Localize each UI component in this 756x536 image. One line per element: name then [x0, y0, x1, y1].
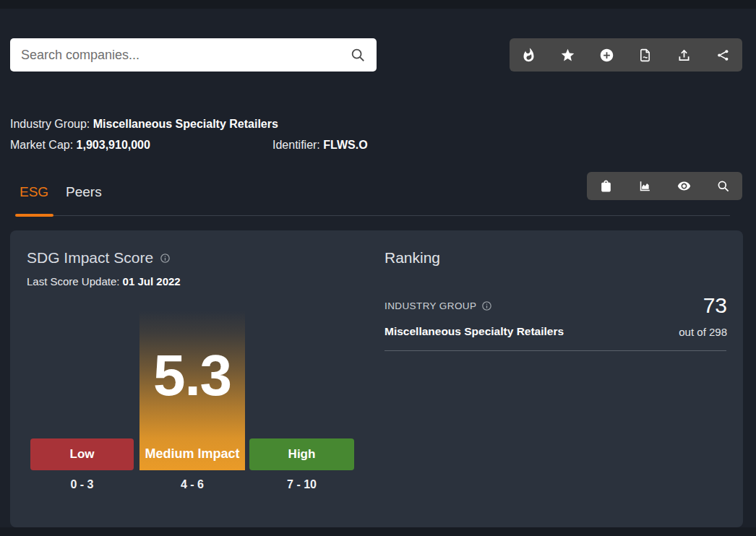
search-icon[interactable]	[703, 172, 742, 200]
tabs-divider	[15, 215, 730, 216]
area-chart-icon[interactable]	[626, 172, 665, 200]
upload-icon[interactable]	[665, 38, 704, 72]
band-high-range: 7 - 10	[249, 478, 354, 491]
rank-number: 73	[703, 295, 727, 316]
band-low-label: Low	[70, 447, 95, 462]
info-icon[interactable]	[160, 253, 171, 264]
search-icon[interactable]	[350, 47, 366, 63]
last-update-label: Last Score Update:	[27, 275, 119, 288]
rank-out-of: out of 298	[679, 326, 727, 338]
band-high-chip: High	[249, 438, 354, 470]
gauge-medium-column: 5.3 Medium Impact	[139, 311, 245, 470]
search-input[interactable]	[21, 48, 350, 63]
last-score-update: Last Score Update: 01 Jul 2022	[27, 275, 181, 288]
flame-icon[interactable]	[510, 38, 549, 72]
pdf-icon[interactable]	[626, 38, 665, 72]
sdg-score-value: 5.3	[139, 347, 245, 405]
share-icon[interactable]	[703, 38, 742, 72]
industry-group-row: Industry Group: Miscellaneous Specialty …	[10, 116, 588, 137]
top-strip	[0, 0, 756, 9]
market-cap-value: 1,903,910,000	[77, 139, 150, 151]
industry-group-rank-label: INDUSTRY GROUP	[385, 301, 476, 311]
tab-peers[interactable]: Peers	[66, 184, 102, 200]
ranking-group-value: Miscellaneous Specialty Retailers	[385, 325, 564, 338]
identifier-label: Identifier:	[272, 139, 320, 151]
market-cap-row: Market Cap: 1,903,910,000 Identifier: FL…	[10, 137, 588, 158]
band-medium-label: Medium Impact	[139, 446, 245, 462]
tab-esg[interactable]: ESG	[20, 184, 48, 200]
star-icon[interactable]	[549, 38, 588, 72]
company-info: Industry Group: Miscellaneous Specialty …	[10, 116, 588, 158]
add-circle-icon[interactable]	[587, 38, 626, 72]
company-search-bar	[10, 38, 377, 72]
eye-icon[interactable]	[665, 172, 704, 200]
band-high-label: High	[288, 447, 316, 462]
band-low-chip: Low	[30, 438, 134, 470]
ranking-divider	[385, 350, 726, 351]
active-tab-underline	[15, 214, 53, 217]
band-low-range: 0 - 3	[30, 478, 134, 491]
sdg-title-text: SDG Impact Score	[27, 249, 153, 267]
market-cap-label: Market Cap:	[10, 139, 73, 151]
ranking-title: Ranking	[385, 249, 440, 267]
sdg-section-title: SDG Impact Score	[27, 249, 171, 267]
ranking-group-label-row: INDUSTRY GROUP	[385, 301, 492, 311]
info-icon[interactable]	[481, 301, 492, 311]
identifier-block: Identifier: FLWS.O	[272, 137, 368, 152]
bottom-strip	[0, 527, 756, 536]
sdg-card: SDG Impact Score Last Score Update: 01 J…	[10, 230, 743, 527]
shopping-bag-icon[interactable]	[587, 172, 626, 200]
band-medium-range: 4 - 6	[139, 478, 245, 491]
industry-group-value: Miscellaneous Specialty Retailers	[93, 118, 278, 130]
industry-group-label: Industry Group:	[10, 118, 90, 130]
action-toolbar	[510, 38, 742, 72]
last-update-value: 01 Jul 2022	[123, 275, 181, 288]
view-toolbar	[587, 172, 742, 200]
identifier-value: FLWS.O	[323, 139, 367, 151]
